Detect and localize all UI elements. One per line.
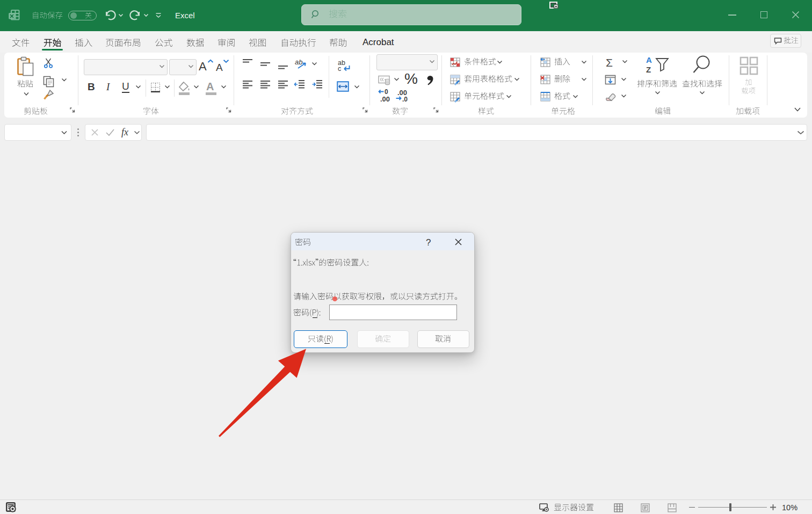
svg-text:.0: .0 <box>402 96 408 103</box>
svg-text:0: 0 <box>385 88 388 96</box>
svg-text:.00: .00 <box>380 95 390 103</box>
